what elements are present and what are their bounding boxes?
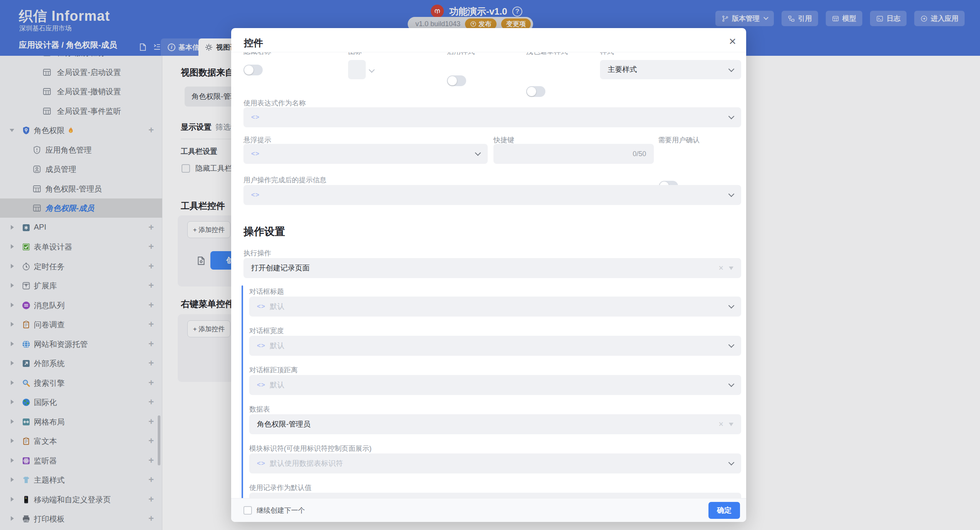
hover-tip-input[interactable]: <> — [243, 144, 488, 164]
shortcut-label: 快捷键 — [493, 135, 514, 145]
chevron-down-icon — [728, 460, 735, 466]
dialog-top-label: 对话框距顶距离 — [249, 365, 298, 375]
module-id-label: 模块标识符(可使用标识符控制页面展示) — [249, 444, 372, 453]
dialog-title: 控件 — [244, 37, 263, 49]
caret-down-icon — [729, 423, 733, 426]
light-mask-label: 浅色遮罩样式 — [526, 52, 568, 56]
expression-icon: <> — [251, 191, 260, 199]
expr-name-label: 使用表达式作为名称 — [243, 98, 306, 108]
checkbox-icon[interactable] — [243, 506, 252, 515]
clear-icon[interactable]: × — [718, 264, 723, 272]
dialog-title-label: 对话框标题 — [249, 287, 284, 296]
dialog-title-input[interactable]: <> 默认 — [249, 297, 741, 317]
expression-icon: <> — [251, 150, 260, 158]
exec-action-select[interactable]: 打开创建记录页面 × — [243, 258, 741, 278]
enable-style-label: 启用样式 — [447, 52, 475, 56]
enable-style-toggle[interactable] — [447, 75, 466, 86]
light-mask-toggle[interactable] — [526, 86, 545, 97]
dialog-width-input[interactable]: <> 默认 — [249, 336, 741, 356]
group-accent-border — [242, 285, 243, 498]
chevron-down-icon — [728, 303, 735, 309]
hover-tip-label: 悬浮提示 — [243, 135, 271, 145]
continue-create-option[interactable]: 继续创建下一个 — [243, 506, 305, 515]
confirm-label: 需要用户确认 — [658, 135, 700, 145]
chevron-down-icon — [728, 66, 735, 72]
module-id-input[interactable]: <> 默认使用数据表标识符 — [249, 453, 741, 473]
expr-name-input[interactable]: <> — [243, 107, 741, 127]
dialog-footer: 继续创建下一个 确定 — [231, 498, 746, 522]
exec-action-label: 执行操作 — [243, 248, 271, 258]
record-default-label: 使用记录作为默认值 — [249, 483, 312, 492]
chevron-down-icon — [728, 342, 735, 348]
dialog-width-label: 对话框宽度 — [249, 326, 284, 335]
action-settings-title: 操作设置 — [243, 225, 285, 238]
chevron-down-icon — [728, 113, 735, 120]
chevron-down-icon — [475, 150, 481, 156]
dialog-scroll-area: 隐藏名称 图标 启用样式 浅色遮罩样式 样式 主要样式 使用表达式作为名称 <>… — [231, 52, 746, 498]
dialog-top-input[interactable]: <> 默认 — [249, 375, 741, 395]
chevron-down-icon — [728, 191, 735, 197]
expression-icon: <> — [257, 460, 265, 467]
close-icon[interactable]: × — [729, 35, 736, 47]
clear-icon[interactable]: × — [718, 420, 723, 428]
caret-down-icon — [729, 267, 733, 270]
style-select[interactable]: 主要样式 — [600, 60, 741, 79]
confirm-button[interactable]: 确定 — [708, 502, 740, 519]
control-dialog: 控件 × 隐藏名称 图标 启用样式 浅色遮罩样式 样式 主要样式 使用表达式作为… — [231, 28, 746, 522]
expression-icon: <> — [257, 381, 265, 389]
icon-label: 图标 — [348, 52, 362, 56]
record-default-input[interactable] — [249, 493, 741, 498]
data-table-select[interactable]: 角色权限-管理员 × — [249, 414, 741, 434]
done-msg-input[interactable]: <> — [243, 185, 741, 205]
shortcut-input[interactable]: 0/50 — [493, 144, 654, 164]
hide-name-toggle[interactable] — [243, 65, 263, 75]
chevron-down-icon — [728, 381, 735, 387]
style-label: 样式 — [600, 52, 614, 56]
icon-picker[interactable] — [348, 60, 366, 79]
data-table-label: 数据表 — [249, 405, 270, 414]
char-counter: 0/50 — [633, 150, 646, 158]
done-msg-label: 用户操作完成后的提示信息 — [243, 175, 327, 185]
expression-icon: <> — [251, 113, 260, 121]
expression-icon: <> — [257, 342, 265, 350]
expression-icon: <> — [257, 303, 265, 310]
chevron-down-icon — [369, 67, 375, 73]
hide-name-label: 隐藏名称 — [243, 52, 271, 56]
app-root: 任务-服务任务全局设置-启动设置全局设置-撤销设置全局设置-事件监听角色权限+应… — [0, 0, 980, 530]
